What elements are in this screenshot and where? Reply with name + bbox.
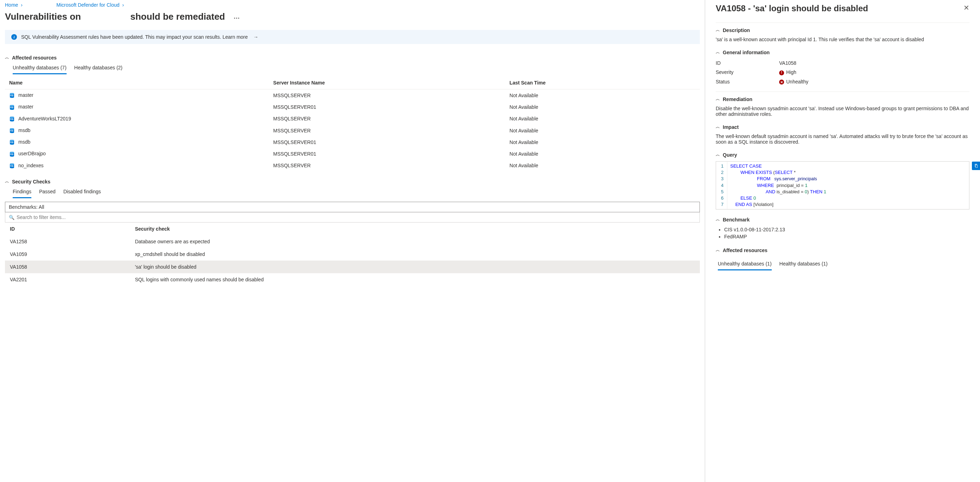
- impact-header[interactable]: ︿ Impact: [716, 122, 969, 132]
- database-icon: SQL: [9, 151, 15, 157]
- benchmark-item: CIS v1.0.0-08-11-2017:2.13: [724, 226, 969, 233]
- detail-tab-healthy[interactable]: Healthy databases (1): [780, 261, 828, 270]
- svg-text:SQL: SQL: [10, 130, 14, 132]
- db-row[interactable]: SQLmsdbMSSQLSERVERNot Available: [5, 125, 700, 136]
- value-status: Unhealthy: [786, 79, 808, 84]
- remediation-header[interactable]: ︿ Remediation: [716, 94, 969, 104]
- remediation-text: Disable the well-known sysadmin account …: [716, 104, 969, 122]
- chevron-right-icon: ›: [122, 2, 124, 8]
- value-severity: High: [786, 69, 796, 75]
- label-severity: Severity: [716, 69, 779, 75]
- detail-affected-title: Affected resources: [723, 247, 767, 253]
- database-icon: SQL: [9, 163, 15, 169]
- impact-title: Impact: [723, 124, 738, 130]
- db-row[interactable]: SQLmsdbMSSQLSERVER01Not Available: [5, 136, 700, 148]
- chevron-up-icon: ︿: [716, 96, 720, 102]
- database-icon: SQL: [9, 116, 15, 122]
- close-button[interactable]: ✕: [963, 3, 969, 12]
- remediation-title: Remediation: [723, 97, 752, 102]
- chevron-up-icon: ︿: [716, 49, 720, 55]
- value-id: VA1058: [779, 60, 969, 66]
- chevron-up-icon: ︿: [5, 179, 9, 184]
- affected-resources-title: Affected resources: [12, 55, 57, 60]
- finding-row[interactable]: VA1059xp_cmdshell should be disabled: [5, 248, 700, 260]
- tab-findings[interactable]: Findings: [13, 189, 31, 198]
- chevron-right-icon: ›: [21, 2, 22, 8]
- search-icon: 🔍: [9, 215, 14, 220]
- security-checks-header[interactable]: ︿ Security Checks: [5, 179, 700, 184]
- notice-text: SQL Vulnerability Assessment rules have …: [21, 34, 248, 40]
- col-server[interactable]: Server Instance Name: [269, 76, 505, 89]
- db-row[interactable]: SQLmasterMSSQLSERVER01Not Available: [5, 101, 700, 113]
- chevron-up-icon: ︿: [716, 217, 720, 222]
- finding-row[interactable]: VA1258Database owners are as expected: [5, 235, 700, 248]
- description-title: Description: [723, 27, 750, 33]
- detail-tab-unhealthy[interactable]: Unhealthy databases (1): [718, 261, 772, 270]
- detail-affected-header[interactable]: ︿ Affected resources: [716, 245, 969, 255]
- copy-icon: [974, 163, 978, 168]
- query-code: 1234567 SELECT CASE WHEN EXISTS (SELECT …: [716, 162, 969, 209]
- db-row[interactable]: SQLno_indexesMSSQLSERVERNot Available: [5, 160, 700, 171]
- query-title: Query: [723, 152, 737, 158]
- affected-resources-header[interactable]: ︿ Affected resources: [5, 55, 700, 60]
- benchmark-header[interactable]: ︿ Benchmark: [716, 214, 969, 225]
- more-button[interactable]: …: [232, 13, 241, 21]
- tab-healthy-db[interactable]: Healthy databases (2): [74, 65, 123, 74]
- svg-text:SQL: SQL: [10, 94, 14, 97]
- description-header[interactable]: ︿ Description: [716, 25, 969, 35]
- general-info-title: General information: [723, 50, 770, 55]
- database-icon: SQL: [9, 128, 15, 133]
- db-row[interactable]: SQLuserDBrajpoMSSQLSERVER01Not Available: [5, 148, 700, 160]
- label-id: ID: [716, 60, 779, 66]
- db-row[interactable]: SQLmasterMSSQLSERVERNot Available: [5, 89, 700, 101]
- chevron-up-icon: ︿: [716, 27, 720, 33]
- info-icon: i: [11, 34, 17, 40]
- chevron-up-icon: ︿: [5, 55, 9, 60]
- chevron-up-icon: ︿: [716, 152, 720, 158]
- benchmarks-filter[interactable]: Benchmarks: All: [5, 202, 700, 212]
- tab-unhealthy-db[interactable]: Unhealthy databases (7): [13, 65, 67, 74]
- svg-text:SQL: SQL: [10, 118, 14, 120]
- tab-disabled[interactable]: Disabled findings: [64, 189, 101, 198]
- detail-title: VA1058 - 'sa' login should be disabled: [716, 3, 868, 13]
- benchmark-item: FedRAMP: [724, 233, 969, 240]
- page-title-part2: should be remediated: [130, 11, 225, 22]
- tab-passed[interactable]: Passed: [39, 189, 56, 198]
- chevron-up-icon: ︿: [716, 247, 720, 253]
- chevron-up-icon: ︿: [716, 124, 720, 130]
- arrow-right-icon: →: [253, 34, 258, 40]
- database-icon: SQL: [9, 140, 15, 145]
- col-id[interactable]: ID: [5, 222, 130, 235]
- database-icon: SQL: [9, 105, 15, 110]
- breadcrumb: Home › Microsoft Defender for Cloud ›: [0, 0, 705, 10]
- status-unhealthy-icon: ✕: [779, 79, 784, 84]
- severity-high-icon: !: [779, 70, 784, 75]
- copy-button[interactable]: [972, 162, 980, 170]
- db-row[interactable]: SQLAdventureWorksLT2019MSSQLSERVERNot Av…: [5, 113, 700, 125]
- svg-text:SQL: SQL: [10, 153, 14, 155]
- col-name[interactable]: Name: [5, 76, 269, 89]
- breadcrumb-home[interactable]: Home: [5, 2, 18, 8]
- benchmark-list: CIS v1.0.0-08-11-2017:2.13FedRAMP: [716, 226, 969, 240]
- search-box[interactable]: 🔍: [5, 212, 700, 222]
- info-notice[interactable]: i SQL Vulnerability Assessment rules hav…: [5, 30, 700, 44]
- finding-row[interactable]: VA2201SQL logins with commonly used name…: [5, 273, 700, 286]
- description-text: 'sa' is a well-known account with princi…: [716, 35, 969, 47]
- col-scan[interactable]: Last Scan Time: [505, 76, 700, 89]
- query-header[interactable]: ︿ Query: [716, 150, 969, 160]
- svg-text:SQL: SQL: [10, 165, 14, 167]
- general-info-header[interactable]: ︿ General information: [716, 47, 969, 57]
- col-check[interactable]: Security check: [130, 222, 700, 235]
- finding-row[interactable]: VA1058'sa' login should be disabled: [5, 260, 700, 273]
- breadcrumb-mdc[interactable]: Microsoft Defender for Cloud: [56, 2, 119, 8]
- page-title-part1: Vulnerabilities on: [5, 11, 81, 22]
- svg-text:SQL: SQL: [10, 106, 14, 108]
- security-checks-title: Security Checks: [12, 179, 50, 184]
- impact-text: The well-known default sysadmin account …: [716, 132, 969, 150]
- svg-text:SQL: SQL: [10, 141, 14, 143]
- benchmark-title: Benchmark: [723, 217, 749, 222]
- search-input[interactable]: [17, 214, 696, 220]
- database-icon: SQL: [9, 93, 15, 98]
- label-status: Status: [716, 79, 779, 85]
